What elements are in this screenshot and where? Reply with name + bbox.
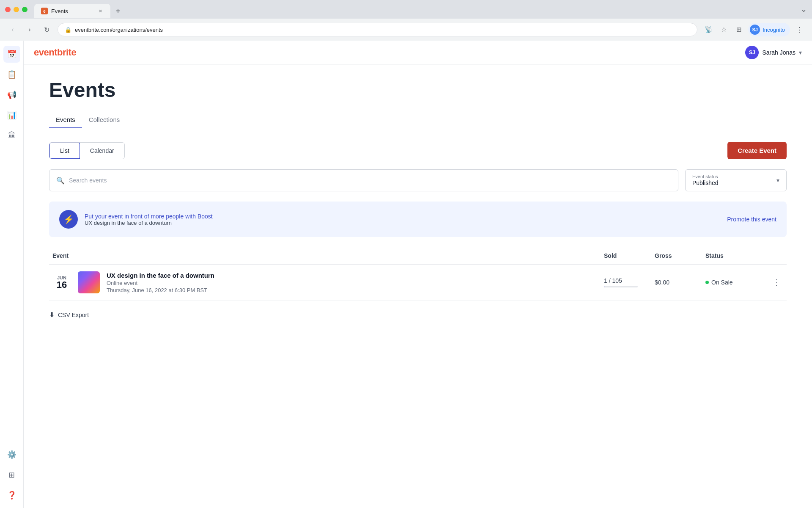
event-cell: JUN 16 UX design in the face of a downtu… xyxy=(49,271,601,293)
event-thumb-image xyxy=(78,271,100,293)
tab-events[interactable]: Events xyxy=(49,112,82,128)
sidebar-item-apps[interactable]: ⊞ xyxy=(3,467,20,483)
sidebar-item-help[interactable]: ❓ xyxy=(3,487,20,504)
search-icon: 🔍 xyxy=(56,177,65,185)
tab-close-button[interactable]: ✕ xyxy=(97,8,104,14)
boost-icon: ⚡ xyxy=(59,210,78,229)
search-box[interactable]: 🔍 xyxy=(49,169,678,191)
search-filter-row: 🔍 Event status Published ▾ xyxy=(49,169,787,191)
event-date: JUN 16 xyxy=(52,275,71,290)
status-cell: On Sale xyxy=(702,279,770,286)
gross-cell: $0.00 xyxy=(651,279,702,286)
col-header-event: Event xyxy=(49,252,601,259)
window-close[interactable] xyxy=(5,7,11,12)
search-input[interactable] xyxy=(69,177,671,184)
app-logo[interactable]: eventbrite xyxy=(34,47,76,58)
forward-button[interactable]: › xyxy=(24,24,36,36)
event-details: UX design in the face of a downturn Onli… xyxy=(107,272,597,293)
url-text: eventbrite.com/organizations/events xyxy=(75,27,690,33)
csv-export-label: CSV Export xyxy=(58,312,89,318)
calendar-icon: 📅 xyxy=(7,50,16,59)
event-name[interactable]: UX design in the face of a downturn xyxy=(107,272,597,279)
new-tab-button[interactable]: + xyxy=(112,5,124,17)
status-text: On Sale xyxy=(711,279,733,286)
view-toggle: List Calendar xyxy=(49,142,125,159)
bookmark-icon[interactable]: ☆ xyxy=(718,24,730,36)
status-dot-icon xyxy=(705,281,709,284)
analytics-icon: 📊 xyxy=(7,110,16,120)
status-filter-label: Event status xyxy=(692,174,719,179)
browser-tab[interactable]: e Events ✕ xyxy=(34,4,110,18)
status-filter-chevron-icon: ▾ xyxy=(776,177,779,184)
event-datetime: Thursday, June 16, 2022 at 6:30 PM BST xyxy=(107,287,597,293)
address-bar[interactable]: 🔒 eventbrite.com/organizations/events xyxy=(58,23,697,36)
profile-button[interactable]: SJ Incognito xyxy=(748,23,790,36)
event-day: 16 xyxy=(52,280,71,290)
megaphone-icon: 📢 xyxy=(7,90,16,99)
orders-icon: 📋 xyxy=(7,70,16,79)
table-row: JUN 16 UX design in the face of a downtu… xyxy=(49,265,787,301)
page-title: Events xyxy=(49,78,787,102)
event-thumbnail xyxy=(78,271,100,293)
list-view-button[interactable]: List xyxy=(49,142,80,159)
promote-event-link[interactable]: Promote this event xyxy=(727,216,776,223)
tab-title: Events xyxy=(51,8,93,14)
boost-text: Put your event in front of more people w… xyxy=(85,213,213,226)
sidebar-item-analytics[interactable]: 📊 xyxy=(3,107,20,124)
col-header-status: Status xyxy=(702,252,770,259)
tabs-menu-button[interactable]: ⌄ xyxy=(801,5,807,17)
main-content: Events Events Collections List Calendar … xyxy=(24,65,812,508)
status-filter-value: Published xyxy=(692,179,719,186)
sold-bar-fill xyxy=(604,286,604,287)
user-menu-chevron-icon: ▾ xyxy=(799,49,802,56)
col-header-actions xyxy=(770,252,787,259)
view-controls: List Calendar Create Event xyxy=(49,142,787,159)
csv-export-button[interactable]: ⬇ CSV Export xyxy=(49,311,787,319)
create-event-button[interactable]: Create Event xyxy=(727,142,787,159)
sold-bar xyxy=(604,286,638,287)
tab-favicon: e xyxy=(41,8,48,14)
window-maximize[interactable] xyxy=(22,7,27,12)
status-filter-dropdown[interactable]: Event status Published ▾ xyxy=(685,169,787,191)
tab-search-icon[interactable]: ⊞ xyxy=(733,24,745,36)
sidebar: 📅 📋 📢 📊 🏛 ⚙️ ⊞ ❓ xyxy=(0,41,24,508)
back-button[interactable]: ‹ xyxy=(7,24,19,36)
profile-avatar: SJ xyxy=(750,25,760,35)
gear-icon: ⚙️ xyxy=(7,450,16,459)
boost-main-text: Put your event in front of more people w… xyxy=(85,213,213,220)
profile-text: Incognito xyxy=(763,27,785,33)
row-more-button[interactable]: ⋮ xyxy=(770,276,783,289)
sidebar-item-marketing[interactable]: 📢 xyxy=(3,86,20,103)
tab-collections[interactable]: Collections xyxy=(82,112,126,128)
event-type: Online event xyxy=(107,280,597,286)
window-minimize[interactable] xyxy=(14,7,19,12)
help-icon: ❓ xyxy=(7,491,16,500)
page-tabs: Events Collections xyxy=(49,112,787,128)
user-avatar: SJ xyxy=(745,46,759,59)
events-table: Event Sold Gross Status JUN 16 xyxy=(49,247,787,301)
col-header-gross: Gross xyxy=(651,252,702,259)
table-header: Event Sold Gross Status xyxy=(49,247,787,265)
col-header-sold: Sold xyxy=(601,252,651,259)
user-menu[interactable]: SJ Sarah Jonas ▾ xyxy=(745,46,802,59)
calendar-view-button[interactable]: Calendar xyxy=(80,143,124,159)
sidebar-item-venue[interactable]: 🏛 xyxy=(3,127,20,144)
sidebar-item-calendar[interactable]: 📅 xyxy=(3,46,20,63)
lock-icon: 🔒 xyxy=(65,27,71,33)
boost-sub-text: UX design in the face of a downturn xyxy=(85,220,213,226)
sidebar-item-settings[interactable]: ⚙️ xyxy=(3,446,20,463)
boost-content: ⚡ Put your event in front of more people… xyxy=(59,210,213,229)
gross-value: $0.00 xyxy=(655,279,669,286)
refresh-button[interactable]: ↻ xyxy=(41,24,52,36)
sold-cell: 1 / 105 xyxy=(601,277,651,287)
cast-icon[interactable]: 📡 xyxy=(702,24,714,36)
sold-value: 1 / 105 xyxy=(604,277,622,284)
boost-banner: ⚡ Put your event in front of more people… xyxy=(49,202,787,237)
apps-icon: ⊞ xyxy=(8,470,15,480)
sidebar-item-orders[interactable]: 📋 xyxy=(3,66,20,83)
app-header: eventbrite SJ Sarah Jonas ▾ xyxy=(24,41,812,65)
more-menu-icon[interactable]: ⋮ xyxy=(793,24,805,36)
download-icon: ⬇ xyxy=(49,311,55,319)
venue-icon: 🏛 xyxy=(8,131,16,140)
user-name: Sarah Jonas xyxy=(762,49,796,56)
